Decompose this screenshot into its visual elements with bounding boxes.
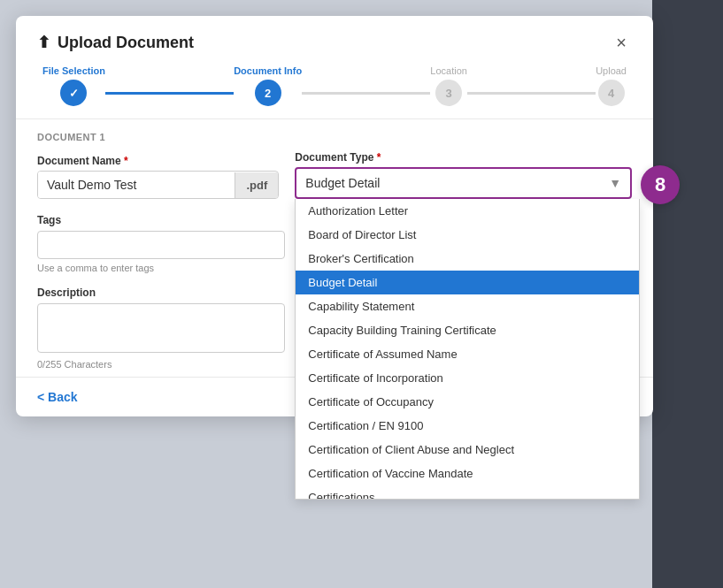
pdf-badge: .pdf	[235, 172, 278, 198]
dropdown-list[interactable]: Authorization LetterBoard of Director Li…	[295, 199, 640, 500]
step-4-label: Upload	[596, 65, 627, 76]
document-section-label: DOCUMENT 1	[37, 132, 632, 142]
dropdown-item[interactable]: Certification of Client Abuse and Neglec…	[296, 438, 639, 462]
document-name-input[interactable]	[38, 172, 235, 198]
tags-input[interactable]	[37, 231, 285, 259]
document-type-label: Document Type *	[295, 151, 632, 164]
dropdown-item[interactable]: Certificate of Incorporation	[296, 366, 639, 390]
step-badge: 8	[641, 165, 680, 204]
step-3-label: Location	[430, 65, 467, 76]
dropdown-item[interactable]: Certificate of Occupancy	[296, 390, 639, 414]
modal-header: ⬆ Upload Document ×	[16, 16, 653, 65]
tags-label: Tags	[37, 214, 61, 226]
document-type-select[interactable]: Budget Detail	[296, 169, 630, 197]
dropdown-item[interactable]: Certifications	[296, 485, 639, 500]
back-button[interactable]: < Back	[37, 390, 78, 404]
modal-title: ⬆ Upload Document	[37, 33, 194, 52]
step-4-circle: 4	[598, 80, 625, 106]
document-name-label: Document Name *	[37, 155, 279, 167]
dropdown-item[interactable]: Certificate of Assumed Name	[296, 342, 639, 366]
dropdown-item[interactable]: Capability Statement	[296, 294, 639, 318]
step-1-label: File Selection	[42, 65, 105, 76]
dropdown-item[interactable]: Budget Detail	[296, 271, 639, 294]
step-3-circle: 3	[435, 80, 462, 106]
step-2-circle: 2	[255, 80, 281, 106]
document-type-group: Document Type * Budget Detail ▼ Authoriz…	[295, 151, 632, 199]
dropdown-item[interactable]: Capacity Building Training Certificate	[296, 318, 639, 342]
document-name-input-row: .pdf	[37, 171, 279, 199]
dropdown-item[interactable]: Certification / EN 9100	[296, 414, 639, 438]
connector-3-4	[467, 92, 596, 95]
connector-1-2	[105, 92, 234, 95]
step-2-label: Document Info	[234, 65, 302, 76]
step-4: Upload 4	[596, 65, 627, 106]
step-1: File Selection ✓	[42, 65, 105, 106]
step-2: Document Info 2	[234, 65, 302, 106]
connector-2-3	[302, 92, 430, 95]
modal-title-text: Upload Document	[58, 34, 194, 52]
dropdown-item[interactable]: Broker's Certification	[296, 247, 639, 271]
document-name-group: Document Name * .pdf	[37, 155, 279, 199]
description-input[interactable]	[37, 303, 285, 353]
upload-icon: ⬆	[37, 33, 50, 52]
step-1-circle: ✓	[60, 80, 87, 106]
dropdown-item[interactable]: Certification of Vaccine Mandate	[296, 462, 639, 485]
document-type-select-wrapper[interactable]: Budget Detail ▼	[295, 167, 632, 199]
background-panel	[652, 0, 723, 588]
dropdown-item[interactable]: Authorization Letter	[296, 199, 639, 223]
close-button[interactable]: ×	[611, 32, 632, 53]
description-label: Description	[37, 286, 96, 299]
dropdown-item[interactable]: Board of Director List	[296, 223, 639, 247]
step-3: Location 3	[430, 65, 467, 106]
